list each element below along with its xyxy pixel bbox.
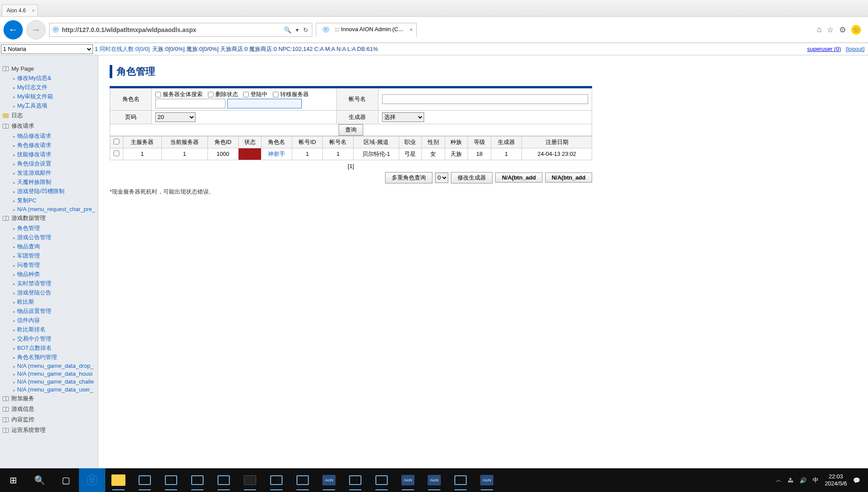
taskbar-ie[interactable]: ⓔ — [79, 468, 105, 492]
search-button[interactable]: 🔍 — [26, 468, 53, 492]
sidebar-item[interactable]: 技能修改请求 — [13, 150, 98, 159]
taskbar-clock[interactable]: 22:03 2024/5/6 — [825, 473, 847, 487]
sidebar-section-modify[interactable]: 修改请求 — [3, 121, 98, 131]
taskbar-aion-4[interactable]: AioN — [476, 471, 497, 489]
sidebar-link[interactable]: 角色修改请求 — [17, 142, 51, 148]
sidebar-item[interactable]: 游戏登陆公告 — [13, 288, 98, 297]
refresh-icon[interactable]: ↻ — [303, 26, 308, 33]
sidebar-section-gamedata[interactable]: 游戏数据管理 — [3, 213, 98, 223]
taskbar-aion-2[interactable]: AioN — [397, 471, 418, 489]
sidebar-link[interactable]: N/A (menu_game_data_challe — [17, 378, 94, 385]
sidebar-item[interactable]: 角色修改请求 — [13, 140, 98, 150]
sidebar-section-mypage[interactable]: My Page — [3, 64, 98, 73]
sidebar-item[interactable]: 交易中介管理 — [13, 334, 98, 343]
modify-generator-button[interactable]: 修改生成器 — [451, 172, 493, 183]
server-select[interactable]: 1 Notaria — [1, 44, 93, 54]
cb-transfer[interactable]: 转移服务器 — [273, 90, 309, 98]
action-select[interactable]: 0 — [435, 172, 448, 183]
sidebar-item[interactable]: 复制PC — [13, 196, 98, 205]
sidebar-link[interactable]: N/A (menu_game_data_drop_ — [17, 363, 93, 369]
table-row[interactable]: 1 1 1000 神射手 1 1 贝尔特伦-1 弓星 女 天族 18 1 24-… — [110, 148, 592, 160]
taskbar-window-2[interactable] — [161, 471, 182, 489]
sidebar-link[interactable]: 游戏公告管理 — [17, 234, 51, 241]
sidebar-link[interactable]: 军团管理 — [17, 252, 40, 259]
taskbar-cmd[interactable] — [239, 471, 261, 489]
account-name-input[interactable] — [382, 94, 588, 104]
sidebar-item[interactable]: 角色管理 — [13, 223, 98, 233]
app-tab[interactable]: Aion 4.6 × — [2, 4, 38, 16]
sidebar-item[interactable]: My审核文件箱 — [13, 92, 98, 101]
back-button[interactable]: ← — [4, 20, 23, 40]
sidebar-link[interactable]: My审核文件箱 — [17, 93, 53, 100]
sidebar-item[interactable]: 天魔种族限制 — [13, 177, 98, 187]
btn-add-2[interactable]: N/A(btn_add — [545, 172, 592, 183]
sidebar-link[interactable]: 游戏登陆/凹槽限制 — [17, 188, 64, 194]
taskbar-aion-3[interactable]: AioN — [424, 471, 445, 489]
sidebar-item[interactable]: 发送游戏邮件 — [13, 168, 98, 177]
sidebar-item[interactable]: 修改My信息& — [13, 73, 98, 83]
sidebar-item[interactable]: N/A (menu_game_data_housi — [13, 370, 98, 377]
sidebar-link[interactable]: BOT点数排名 — [17, 345, 52, 351]
sidebar-section-monitor[interactable]: 内容监控 — [3, 414, 98, 425]
sidebar-item[interactable]: 信件内容 — [13, 316, 98, 325]
forward-button[interactable]: → — [26, 20, 46, 40]
tray-chevron-up-icon[interactable]: ︿ — [776, 476, 782, 484]
sidebar-link[interactable]: 天魔种族限制 — [17, 179, 51, 185]
sidebar-item[interactable]: 物品修改请求 — [13, 131, 98, 140]
sidebar-item[interactable]: 欧比斯排名 — [13, 325, 98, 334]
sidebar-item[interactable]: 角色名预约管理 — [13, 352, 98, 362]
sidebar-link[interactable]: N/A (menu_request_char_pre_ — [17, 206, 95, 212]
page-size-select[interactable]: 20 — [155, 112, 196, 122]
row-checkbox[interactable] — [114, 151, 119, 156]
sidebar-item[interactable]: 物品查询 — [13, 242, 98, 251]
sidebar-item[interactable]: 游戏登陆/凹槽限制 — [13, 187, 98, 196]
role-name-input-2[interactable] — [227, 99, 302, 108]
sidebar-link[interactable]: 物品设置管理 — [17, 308, 51, 314]
sidebar-link[interactable]: 实时禁语管理 — [17, 280, 51, 287]
taskbar-window-3[interactable] — [187, 471, 208, 489]
sidebar-item[interactable]: 游戏公告管理 — [13, 233, 98, 242]
sidebar-item[interactable]: 军团管理 — [13, 251, 98, 260]
sidebar-link[interactable]: 角色管理 — [17, 225, 40, 231]
tray-notifications-icon[interactable]: 💬 — [853, 477, 860, 484]
tray-ime[interactable]: 中 — [813, 476, 818, 484]
sidebar-item[interactable]: N/A (menu_game_data_user_ — [13, 385, 98, 393]
current-user-link[interactable]: superuser (0) — [807, 46, 841, 52]
logout-link[interactable]: [logout] — [846, 46, 864, 52]
address-bar[interactable]: ⓔ 🔍 ▾ ↻ — [49, 23, 312, 37]
sidebar-item[interactable]: 问卷管理 — [13, 260, 98, 269]
sidebar-section-log[interactable]: 日志 — [3, 110, 98, 121]
sidebar-link[interactable]: N/A (menu_game_data_housi — [17, 370, 93, 377]
sidebar-item[interactable]: My日志文件 — [13, 83, 98, 92]
online-count-link[interactable]: 同时在线人数:0[0/0] — [100, 45, 152, 53]
sidebar-link[interactable]: 技能修改请求 — [17, 151, 51, 158]
favorites-icon[interactable]: ☆ — [827, 25, 834, 35]
taskbar-file-explorer[interactable] — [108, 471, 129, 489]
sidebar-link[interactable]: 物品查询 — [17, 243, 40, 250]
sidebar-item[interactable]: 物品设置管理 — [13, 306, 98, 316]
sidebar-item[interactable]: 欧比斯 — [13, 297, 98, 306]
btn-add-1[interactable]: N/A(btn_add — [495, 172, 542, 183]
home-icon[interactable]: ⌂ — [817, 25, 822, 35]
taskbar-window-9[interactable] — [450, 471, 471, 489]
role-name-link[interactable]: 神射手 — [268, 151, 285, 157]
tray-volume-icon[interactable]: 🔊 — [800, 477, 807, 484]
feedback-icon[interactable]: 🙂 — [851, 25, 861, 35]
close-icon[interactable]: × — [32, 8, 35, 13]
start-button[interactable]: ⊞ — [0, 468, 26, 492]
taskbar-window-6[interactable] — [292, 471, 313, 489]
cb-logging-in[interactable]: 登陆中 — [243, 90, 268, 98]
tray-network-icon[interactable]: 🖧 — [788, 477, 793, 484]
sidebar-link[interactable]: My工具选项 — [17, 102, 47, 109]
sidebar-link[interactable]: 问卷管理 — [17, 262, 40, 268]
sidebar-item[interactable]: 物品种类 — [13, 269, 98, 279]
sidebar-item[interactable]: My工具选项 — [13, 101, 98, 110]
browser-tab[interactable]: ⓔ ::: Innova AION Admin (C... × — [316, 23, 417, 37]
sidebar-link[interactable]: 发送游戏邮件 — [17, 169, 51, 176]
role-name-input[interactable] — [155, 99, 225, 108]
sidebar-item[interactable]: 角色综合设置 — [13, 159, 98, 168]
cb-del-state[interactable]: 删除状态 — [208, 90, 238, 98]
cb-all-servers[interactable]: 服务器全体搜索 — [155, 90, 203, 98]
sidebar-link[interactable]: 角色综合设置 — [17, 160, 51, 167]
select-all-checkbox[interactable] — [114, 139, 119, 144]
